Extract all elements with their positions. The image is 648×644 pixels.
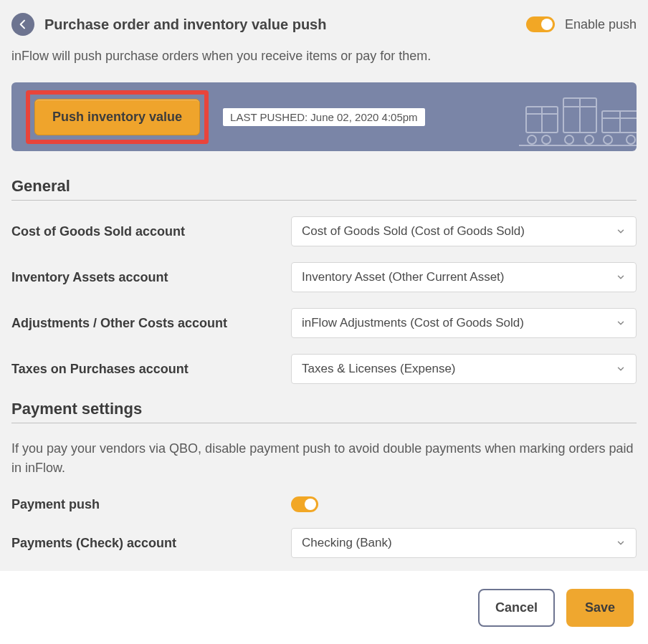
svg-rect-0 <box>526 107 558 133</box>
label-cogs: Cost of Goods Sold account <box>11 224 291 239</box>
page-title: Purchase order and inventory value push <box>44 16 326 33</box>
last-pushed-badge: LAST PUSHED: June 02, 2020 4:05pm <box>223 108 425 126</box>
select-adjustments[interactable]: inFlow Adjustments (Cost of Goods Sold) <box>291 308 637 338</box>
back-button[interactable] <box>11 13 34 36</box>
svg-point-6 <box>585 135 594 144</box>
payment-push-toggle[interactable] <box>291 496 318 512</box>
label-payments-check: Payments (Check) account <box>11 536 291 551</box>
chevron-down-icon <box>616 272 626 282</box>
label-inventory-assets: Inventory Assets account <box>11 270 291 285</box>
label-taxes: Taxes on Purchases account <box>11 362 291 377</box>
svg-point-4 <box>542 135 551 144</box>
select-payments-check[interactable]: Checking (Bank) <box>291 528 637 558</box>
push-banner: Push inventory value LAST PUSHED: June 0… <box>11 82 637 151</box>
cancel-button[interactable]: Cancel <box>478 589 555 627</box>
enable-push-label: Enable push <box>565 17 637 32</box>
select-cogs-value: Cost of Goods Sold (Cost of Goods Sold) <box>302 224 525 239</box>
push-inventory-button[interactable]: Push inventory value <box>34 99 200 135</box>
payment-description: If you pay your vendors via QBO, disable… <box>11 439 637 478</box>
svg-point-8 <box>626 135 635 144</box>
row-taxes: Taxes on Purchases account Taxes & Licen… <box>11 354 637 384</box>
footer-bar: Cancel Save <box>0 571 648 644</box>
enable-push-toggle[interactable] <box>526 16 555 32</box>
intro-text: inFlow will push purchase orders when yo… <box>11 49 637 64</box>
row-cogs: Cost of Goods Sold account Cost of Goods… <box>11 216 637 246</box>
select-taxes[interactable]: Taxes & Licenses (Expense) <box>291 354 637 384</box>
select-cogs[interactable]: Cost of Goods Sold (Cost of Goods Sold) <box>291 216 637 246</box>
save-button[interactable]: Save <box>566 589 634 627</box>
chevron-down-icon <box>616 364 626 374</box>
row-payments-check: Payments (Check) account Checking (Bank) <box>11 528 637 558</box>
select-payments-check-value: Checking (Bank) <box>302 536 392 550</box>
select-inventory-assets-value: Inventory Asset (Other Current Asset) <box>302 270 505 284</box>
section-title-payment: Payment settings <box>11 400 637 423</box>
highlight-box: Push inventory value <box>26 90 209 144</box>
svg-point-3 <box>528 135 536 144</box>
svg-point-7 <box>604 135 612 144</box>
select-adjustments-value: inFlow Adjustments (Cost of Goods Sold) <box>302 316 524 330</box>
chevron-down-icon <box>616 538 626 548</box>
boxes-art-icon <box>519 82 637 151</box>
arrow-left-icon <box>17 19 29 30</box>
svg-rect-1 <box>563 98 596 133</box>
label-adjustments: Adjustments / Other Costs account <box>11 316 291 331</box>
select-taxes-value: Taxes & Licenses (Expense) <box>302 362 456 376</box>
chevron-down-icon <box>616 226 626 236</box>
svg-point-5 <box>565 135 573 144</box>
row-payment-push: Payment push <box>11 496 637 512</box>
row-inventory-assets: Inventory Assets account Inventory Asset… <box>11 262 637 292</box>
chevron-down-icon <box>616 318 626 328</box>
page-header: Purchase order and inventory value push … <box>11 13 637 36</box>
label-payment-push: Payment push <box>11 497 291 512</box>
section-title-general: General <box>11 177 637 201</box>
row-adjustments: Adjustments / Other Costs account inFlow… <box>11 308 637 338</box>
svg-rect-2 <box>602 111 637 133</box>
select-inventory-assets[interactable]: Inventory Asset (Other Current Asset) <box>291 262 637 292</box>
